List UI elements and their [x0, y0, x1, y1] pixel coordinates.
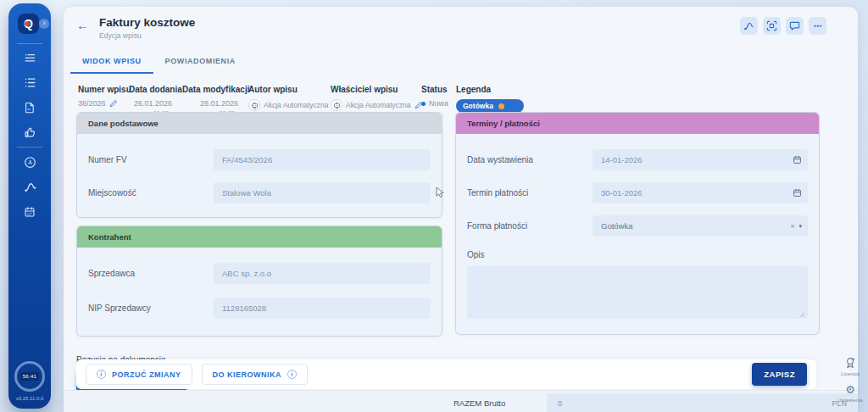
summary-label: RAZEM Brutto	[453, 398, 505, 408]
scan-frame-icon	[766, 20, 777, 31]
tab-powiadomienia[interactable]: POWIADOMIENIA	[153, 49, 248, 74]
logo-red-dot	[25, 21, 30, 26]
forma-platnosci-value: Gotówka	[601, 221, 633, 231]
sidebar-item-automation[interactable]: A	[14, 150, 45, 175]
sidebar-divider	[17, 147, 42, 148]
section-terminy-platnosci: Terminy / płatności Data wystawienia Ter…	[455, 112, 820, 335]
calendar-icon[interactable]	[793, 155, 802, 164]
field-label: Forma płatności	[467, 221, 593, 231]
license-button[interactable]: Licencja	[841, 357, 860, 376]
logo-mark: Q	[18, 14, 39, 34]
workflow-icon	[24, 181, 36, 193]
more-icon: ⋯	[814, 21, 822, 31]
opis-textarea[interactable]	[467, 266, 808, 319]
info-icon: i	[97, 370, 106, 379]
sidebar-expand-button[interactable]: ›	[39, 19, 49, 29]
svg-text:A: A	[28, 159, 32, 165]
meta-status: Status Nowa	[421, 85, 456, 108]
calendar-icon	[24, 206, 36, 218]
legend-dot-icon	[498, 103, 504, 109]
resize-handle[interactable]	[799, 312, 805, 318]
summary-total-input[interactable]: 0 PLN	[547, 393, 858, 412]
mouse-cursor	[436, 187, 446, 198]
license-label: Licencja	[841, 371, 860, 376]
meta-label: Właściciel wpisu	[331, 85, 421, 94]
chevron-right-icon: ›	[43, 19, 46, 27]
section-header: Dane podstawowe	[77, 113, 442, 134]
discard-changes-label: PORZUĆ ZMIANY	[112, 370, 181, 379]
meta-label: Autor wpisu	[248, 85, 331, 94]
clear-icon[interactable]: ×	[790, 222, 794, 231]
entries-icon	[24, 52, 36, 64]
edit-pencil-icon[interactable]	[109, 99, 118, 108]
summary-row: RAZEM Brutto 0 PLN	[64, 390, 858, 412]
date-added-value: 26.01.2026	[129, 99, 182, 108]
entry-number-value: 38/2026	[78, 99, 106, 108]
meta-legend: Legenda Gotówka	[456, 85, 524, 113]
section-header: Terminy / płatności	[456, 113, 819, 134]
back-button[interactable]: ←	[76, 18, 89, 32]
field-label: Numer FV	[88, 155, 214, 164]
status-dot-icon	[421, 102, 426, 106]
to-manager-button[interactable]: DO KIEROWNIKA i	[202, 364, 309, 385]
numer-fv-input[interactable]	[214, 149, 431, 170]
app-logo: Q ›	[8, 14, 51, 36]
robot-avatar	[331, 99, 342, 111]
comments-action-button[interactable]	[786, 17, 804, 35]
session-timer-value: 56:41	[20, 372, 40, 381]
summary-total-value: 0	[558, 399, 562, 408]
sidebar-item-calendar[interactable]	[14, 199, 45, 224]
section-dane-podstawowe: Dane podstawowe Numer FV Miejscowość	[76, 112, 442, 218]
meta-label: Status	[421, 85, 456, 94]
right-column: Terminy / płatności Data wystawienia Ter…	[455, 112, 820, 335]
document-icon	[24, 102, 36, 114]
robot-avatar	[248, 99, 260, 111]
save-button[interactable]: ZAPISZ	[752, 363, 807, 386]
header-actions: ⋯	[740, 17, 826, 35]
termin-platnosci-input[interactable]	[593, 182, 808, 203]
meta-entry-number: Numer wpisu 38/2026	[78, 85, 129, 108]
scan-action-button[interactable]	[763, 17, 781, 35]
session-timer[interactable]: 56:41	[14, 361, 45, 392]
meta-author: Autor wpisu Akcja Automatyczna	[248, 85, 331, 111]
field-label: Sprzedawca	[88, 269, 214, 278]
calendar-icon[interactable]	[793, 188, 802, 198]
page-subtitle: Edycja wpisu	[99, 31, 195, 40]
owner-value: Akcja Automatyczna	[346, 101, 411, 109]
license-icon	[844, 357, 856, 370]
miejscowosc-input[interactable]	[214, 182, 431, 203]
sidebar-item-entries[interactable]	[14, 46, 45, 70]
settings-button[interactable]: ⚙ Ustawienia	[837, 384, 862, 403]
sidebar-item-approvals[interactable]	[14, 120, 45, 144]
settings-label: Ustawienia	[837, 398, 862, 403]
legend-badge[interactable]: Gotówka	[456, 99, 524, 113]
more-options-button[interactable]: ⋯	[809, 17, 826, 35]
forma-platnosci-select[interactable]: Gotówka	[593, 215, 808, 237]
automation-icon: A	[24, 156, 36, 169]
sidebar-item-workflow[interactable]	[14, 175, 45, 199]
app-version: v0.25.11.0.0	[16, 396, 44, 401]
status-value: Nowa	[429, 99, 448, 108]
workflow-action-button[interactable]	[740, 17, 758, 35]
sprzedawca-input[interactable]	[214, 263, 431, 284]
chevron-down-icon[interactable]: ▾	[798, 223, 802, 230]
sidebar: Q › A 56:41 v0.25.11.0.0	[8, 3, 51, 409]
discard-changes-button[interactable]: i PORZUĆ ZMIANY	[86, 364, 192, 385]
nip-sprzedawcy-input[interactable]	[214, 298, 431, 319]
data-wystawienia-input[interactable]	[593, 149, 808, 170]
field-label: NIP Sprzedawcy	[88, 303, 214, 313]
sidebar-item-list[interactable]	[14, 70, 45, 95]
field-label: Miejscowość	[88, 188, 214, 198]
tabs-bar: WIDOK WPISU POWIADOMIENIA	[70, 49, 248, 74]
section-header: Kontrahent	[77, 226, 442, 248]
comment-icon	[789, 20, 800, 31]
legend-badge-label: Gotówka	[463, 102, 493, 110]
main-panel: ← Faktury kosztowe Edycja wpisu ⋯ WIDOK …	[64, 7, 858, 412]
field-label: Data wystawienia	[467, 155, 593, 164]
tab-widok-wpisu[interactable]: WIDOK WPISU	[70, 49, 153, 74]
list-icon	[24, 76, 36, 89]
meta-label: Data modyfikacji	[182, 85, 248, 94]
sidebar-item-documents[interactable]	[14, 95, 45, 120]
section-kontrahent: Kontrahent Sprzedawca NIP Sprzedawcy	[76, 225, 442, 337]
field-label: Termin płatności	[467, 188, 593, 198]
